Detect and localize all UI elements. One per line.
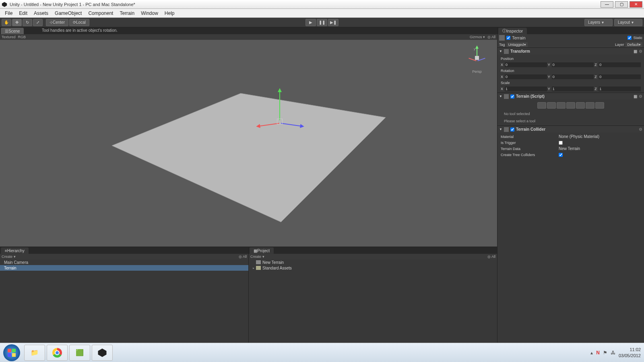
is-trigger-checkbox[interactable] [559, 141, 563, 145]
hierarchy-tab[interactable]: ≡ Hierarchy [1, 247, 29, 254]
hierarchy-item-terrain[interactable]: Terrain [0, 265, 248, 271]
menu-terrain[interactable]: Terrain [116, 10, 138, 16]
chrome-icon [52, 348, 62, 358]
terrain-script-header[interactable]: ▼ Terrain (Script) ▦ ⚙ [497, 93, 644, 100]
terrain-paint-texture-tool[interactable] [566, 102, 575, 109]
project-item-new-terrain[interactable]: New Terrain [249, 259, 497, 265]
tag-dropdown[interactable]: Untagged ▾ [507, 42, 528, 47]
pivot-local-toggle[interactable]: ⟳ Local [69, 19, 89, 26]
tag-label: Tag [499, 43, 505, 47]
scale-z[interactable]: 1 [599, 86, 641, 91]
terrain-collider-icon [504, 127, 509, 132]
terrain-script-enabled[interactable] [510, 95, 514, 99]
hierarchy-item-main-camera[interactable]: Main Camera [0, 259, 248, 265]
projection-label[interactable]: Persp [472, 70, 482, 74]
minimize-button[interactable]: — [601, 1, 613, 8]
gizmo-center[interactable] [277, 119, 283, 124]
rotation-y[interactable]: 0 [552, 74, 594, 79]
transform-header[interactable]: ▼ Transform ▦ ⚙ [497, 48, 644, 55]
start-button[interactable] [3, 344, 20, 361]
terrain-paint-height-tool[interactable] [547, 102, 556, 109]
layers-dropdown[interactable]: Layers ▾ [584, 19, 613, 26]
scene-viewport[interactable]: y Persp [0, 40, 497, 247]
tray-expand-icon[interactable]: ▴ [590, 350, 593, 356]
gameobject-name[interactable]: Terrain [512, 35, 626, 40]
position-x[interactable]: 0 [505, 62, 547, 67]
rotation-z[interactable]: 0 [599, 74, 641, 79]
scale-y[interactable]: 1 [552, 86, 594, 91]
viewport-orientation-gizmo[interactable]: y Persp [465, 48, 489, 80]
menu-file[interactable]: File [2, 10, 16, 16]
material-value[interactable]: None (Physic Material) [559, 134, 641, 139]
taskbar-chrome[interactable] [47, 345, 68, 361]
menu-assets[interactable]: Assets [31, 10, 52, 16]
component-menu-icon[interactable]: ⚙ [639, 49, 642, 53]
menu-component[interactable]: Component [85, 10, 116, 16]
gizmos-dropdown[interactable]: Gizmos ▾ [470, 35, 485, 39]
search-all[interactable]: ◎ All [487, 35, 495, 39]
menu-help[interactable]: Help [161, 10, 178, 16]
terrain-trees-tool[interactable] [576, 102, 585, 109]
position-y[interactable]: 0 [552, 62, 594, 67]
scene-tab[interactable]: ☰ Scene [1, 28, 24, 34]
taskbar-unity[interactable] [92, 345, 113, 361]
svg-rect-4 [8, 353, 11, 357]
render-mode[interactable]: RGB [18, 35, 26, 39]
windows-taskbar: 📁 🟩 ▴ N ⚑ 🖧 11:02 03/05/2012 [0, 343, 644, 362]
scale-x[interactable]: 1 [505, 86, 547, 91]
terrain-collider-header[interactable]: ▼ Terrain Collider ⚙ [497, 126, 644, 133]
terrain-settings-tool[interactable] [595, 102, 604, 109]
move-tool[interactable]: ✥ [12, 19, 22, 26]
terrain-raise-tool[interactable] [537, 102, 546, 109]
component-help-icon[interactable]: ▦ [634, 49, 637, 53]
menu-edit[interactable]: Edit [16, 10, 31, 16]
terrain-smooth-tool[interactable] [557, 102, 566, 109]
hierarchy-search[interactable]: ◎ All [239, 255, 247, 259]
svg-rect-5 [12, 353, 16, 357]
system-clock[interactable]: 11:02 03/05/2012 [619, 347, 641, 358]
pause-button[interactable]: ❚❚ [317, 19, 327, 26]
project-search[interactable]: ◎ All [487, 255, 495, 259]
step-button[interactable]: ▶❚ [328, 19, 339, 26]
menu-window[interactable]: Window [138, 10, 161, 16]
terrain-details-tool[interactable] [586, 102, 594, 109]
create-tree-colliders-checkbox[interactable] [559, 153, 563, 157]
pivot-center-toggle[interactable]: ⊹ Center [46, 19, 68, 26]
position-z[interactable]: 0 [599, 62, 641, 67]
terrain-collider-enabled[interactable] [510, 128, 514, 132]
gizmo-y-axis[interactable] [279, 92, 280, 120]
inspector-tab[interactable]: ⓘ Inspector [498, 28, 527, 34]
project-tab[interactable]: ▦ Project [250, 247, 274, 254]
layer-dropdown[interactable]: Default ▾ [625, 42, 642, 47]
play-button[interactable]: ▶ [305, 19, 316, 26]
component-menu-icon[interactable]: ⚙ [639, 94, 642, 99]
svg-marker-6 [98, 348, 107, 357]
rotate-tool[interactable]: ↻ [23, 19, 32, 26]
scale-tool[interactable]: ⤢ [33, 19, 43, 26]
component-help-icon[interactable]: ▦ [634, 94, 637, 99]
taskbar-app[interactable]: 🟩 [69, 345, 90, 361]
svg-marker-1 [112, 93, 386, 222]
shading-mode[interactable]: Textured [2, 35, 16, 39]
svg-rect-3 [12, 349, 16, 352]
tray-n-icon[interactable]: N [596, 350, 600, 356]
menu-gameobject[interactable]: GameObject [52, 10, 85, 16]
project-create[interactable]: Create ▾ [250, 255, 264, 259]
hand-tool[interactable]: ✋ [2, 19, 11, 26]
maximize-button[interactable]: ▢ [615, 1, 628, 8]
terrain-mesh[interactable] [104, 85, 394, 230]
tray-network-icon[interactable]: 🖧 [611, 350, 615, 356]
tray-flag-icon[interactable]: ⚑ [603, 350, 607, 356]
project-item-standard-assets[interactable]: ▸Standard Assets [249, 265, 497, 271]
gameobject-enabled-checkbox[interactable] [506, 36, 510, 40]
folder-icon [256, 266, 261, 270]
static-checkbox[interactable] [627, 36, 632, 40]
close-button[interactable]: ✕ [630, 1, 642, 8]
terrain-data-value[interactable]: New Terrain [559, 146, 641, 151]
rotation-x[interactable]: 0 [505, 74, 547, 79]
layout-dropdown[interactable]: Layout ▾ [614, 19, 642, 26]
component-menu-icon[interactable]: ⚙ [639, 127, 642, 132]
hierarchy-create[interactable]: Create ▾ [2, 255, 16, 259]
terrain-collider-component: ▼ Terrain Collider ⚙ Material None (Phys… [497, 125, 644, 158]
taskbar-explorer[interactable]: 📁 [24, 345, 45, 361]
